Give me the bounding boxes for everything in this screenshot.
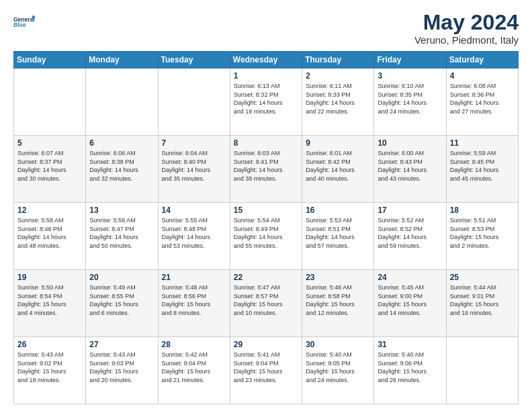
day-number: 29 — [234, 340, 298, 349]
day-info: Sunrise: 5:53 AM Sunset: 8:51 PM Dayligh… — [306, 216, 370, 250]
day-info: Sunrise: 6:00 AM Sunset: 8:43 PM Dayligh… — [378, 149, 442, 183]
day-number: 22 — [234, 273, 298, 282]
calendar-table: SundayMondayTuesdayWednesdayThursdayFrid… — [13, 51, 519, 404]
svg-text:Blue: Blue — [13, 21, 26, 28]
weekday-header-row: SundayMondayTuesdayWednesdayThursdayFrid… — [14, 52, 519, 68]
day-info: Sunrise: 5:43 AM Sunset: 9:03 PM Dayligh… — [89, 351, 154, 384]
day-number: 3 — [378, 71, 442, 81]
calendar-cell — [14, 68, 86, 136]
day-number: 10 — [378, 138, 442, 148]
header: General Blue May 2024 Veruno, Piedmont, … — [13, 11, 519, 46]
calendar-cell: 9Sunrise: 6:01 AM Sunset: 8:42 PM Daylig… — [302, 136, 374, 203]
day-number: 8 — [234, 138, 298, 148]
week-row: 12Sunrise: 5:58 AM Sunset: 8:46 PM Dayli… — [14, 203, 519, 270]
logo-icon: General Blue — [13, 11, 35, 35]
day-info: Sunrise: 5:40 AM Sunset: 9:05 PM Dayligh… — [306, 351, 370, 384]
day-info: Sunrise: 6:07 AM Sunset: 8:37 PM Dayligh… — [17, 149, 82, 183]
calendar-cell: 12Sunrise: 5:58 AM Sunset: 8:46 PM Dayli… — [14, 203, 86, 270]
main-title: May 2024 — [414, 11, 519, 34]
calendar-cell: 27Sunrise: 5:43 AM Sunset: 9:03 PM Dayli… — [86, 337, 158, 404]
day-number: 5 — [17, 138, 82, 148]
day-number: 30 — [306, 340, 370, 349]
day-number: 28 — [162, 340, 226, 349]
day-number: 15 — [234, 205, 298, 215]
calendar-cell: 20Sunrise: 5:49 AM Sunset: 8:55 PM Dayli… — [86, 270, 158, 337]
day-info: Sunrise: 6:13 AM Sunset: 8:32 PM Dayligh… — [234, 82, 298, 116]
calendar-cell: 25Sunrise: 5:44 AM Sunset: 9:01 PM Dayli… — [446, 270, 518, 337]
day-info: Sunrise: 5:48 AM Sunset: 8:56 PM Dayligh… — [162, 283, 226, 317]
calendar-cell: 1Sunrise: 6:13 AM Sunset: 8:32 PM Daylig… — [230, 68, 302, 136]
day-info: Sunrise: 5:45 AM Sunset: 9:00 PM Dayligh… — [378, 283, 442, 317]
calendar-cell — [158, 68, 230, 136]
page: General Blue May 2024 Veruno, Piedmont, … — [0, 0, 532, 411]
day-number: 24 — [378, 273, 442, 282]
day-info: Sunrise: 5:54 AM Sunset: 8:49 PM Dayligh… — [234, 216, 298, 250]
day-number: 26 — [17, 340, 82, 349]
day-info: Sunrise: 5:42 AM Sunset: 9:04 PM Dayligh… — [162, 351, 226, 384]
weekday-header: Sunday — [14, 52, 86, 68]
day-info: Sunrise: 6:03 AM Sunset: 8:41 PM Dayligh… — [234, 149, 298, 183]
day-number: 9 — [306, 138, 370, 148]
logo: General Blue — [13, 11, 35, 35]
calendar-cell: 6Sunrise: 6:06 AM Sunset: 8:38 PM Daylig… — [86, 136, 158, 203]
title-block: May 2024 Veruno, Piedmont, Italy — [414, 11, 519, 46]
day-number: 11 — [450, 138, 515, 148]
calendar-cell: 16Sunrise: 5:53 AM Sunset: 8:51 PM Dayli… — [302, 203, 374, 270]
calendar-cell: 4Sunrise: 6:08 AM Sunset: 8:36 PM Daylig… — [446, 68, 518, 136]
week-row: 1Sunrise: 6:13 AM Sunset: 8:32 PM Daylig… — [14, 68, 519, 136]
day-info: Sunrise: 5:49 AM Sunset: 8:55 PM Dayligh… — [89, 283, 154, 317]
day-info: Sunrise: 5:55 AM Sunset: 8:48 PM Dayligh… — [162, 216, 226, 250]
week-row: 19Sunrise: 5:50 AM Sunset: 8:54 PM Dayli… — [14, 270, 519, 337]
weekday-header: Monday — [86, 52, 158, 68]
calendar-cell: 23Sunrise: 5:46 AM Sunset: 8:58 PM Dayli… — [302, 270, 374, 337]
day-number: 13 — [89, 205, 154, 215]
day-info: Sunrise: 5:52 AM Sunset: 8:52 PM Dayligh… — [378, 216, 442, 250]
day-number: 16 — [306, 205, 370, 215]
subtitle: Veruno, Piedmont, Italy — [414, 34, 519, 46]
calendar-cell: 21Sunrise: 5:48 AM Sunset: 8:56 PM Dayli… — [158, 270, 230, 337]
calendar-cell: 7Sunrise: 6:04 AM Sunset: 8:40 PM Daylig… — [158, 136, 230, 203]
day-number: 12 — [17, 205, 82, 215]
calendar-cell: 10Sunrise: 6:00 AM Sunset: 8:43 PM Dayli… — [374, 136, 446, 203]
weekday-header: Wednesday — [230, 52, 302, 68]
weekday-header: Friday — [374, 52, 446, 68]
day-info: Sunrise: 6:10 AM Sunset: 8:35 PM Dayligh… — [378, 82, 442, 116]
day-number: 14 — [162, 205, 226, 215]
day-info: Sunrise: 5:44 AM Sunset: 9:01 PM Dayligh… — [450, 283, 515, 317]
day-number: 1 — [234, 71, 298, 81]
calendar-cell: 15Sunrise: 5:54 AM Sunset: 8:49 PM Dayli… — [230, 203, 302, 270]
day-number: 17 — [378, 205, 442, 215]
day-number: 31 — [378, 340, 442, 349]
day-info: Sunrise: 5:58 AM Sunset: 8:46 PM Dayligh… — [17, 216, 82, 250]
day-info: Sunrise: 5:41 AM Sunset: 9:04 PM Dayligh… — [234, 351, 298, 384]
day-info: Sunrise: 5:56 AM Sunset: 8:47 PM Dayligh… — [89, 216, 154, 250]
day-number: 21 — [162, 273, 226, 282]
day-number: 23 — [306, 273, 370, 282]
calendar-cell: 11Sunrise: 5:59 AM Sunset: 8:45 PM Dayli… — [446, 136, 518, 203]
day-number: 25 — [450, 273, 515, 282]
calendar-cell: 2Sunrise: 6:11 AM Sunset: 8:33 PM Daylig… — [302, 68, 374, 136]
day-number: 6 — [89, 138, 154, 148]
day-number: 20 — [89, 273, 154, 282]
day-info: Sunrise: 6:08 AM Sunset: 8:36 PM Dayligh… — [450, 82, 515, 116]
calendar-cell: 3Sunrise: 6:10 AM Sunset: 8:35 PM Daylig… — [374, 68, 446, 136]
weekday-header: Tuesday — [158, 52, 230, 68]
day-info: Sunrise: 6:01 AM Sunset: 8:42 PM Dayligh… — [306, 149, 370, 183]
day-number: 4 — [450, 71, 515, 81]
calendar-cell: 31Sunrise: 5:40 AM Sunset: 9:06 PM Dayli… — [374, 337, 446, 404]
day-info: Sunrise: 5:46 AM Sunset: 8:58 PM Dayligh… — [306, 283, 370, 317]
calendar-cell: 24Sunrise: 5:45 AM Sunset: 9:00 PM Dayli… — [374, 270, 446, 337]
day-info: Sunrise: 6:11 AM Sunset: 8:33 PM Dayligh… — [306, 82, 370, 116]
day-info: Sunrise: 5:59 AM Sunset: 8:45 PM Dayligh… — [450, 149, 515, 183]
calendar-cell: 5Sunrise: 6:07 AM Sunset: 8:37 PM Daylig… — [14, 136, 86, 203]
day-info: Sunrise: 5:40 AM Sunset: 9:06 PM Dayligh… — [378, 351, 442, 384]
calendar-cell: 22Sunrise: 5:47 AM Sunset: 8:57 PM Dayli… — [230, 270, 302, 337]
calendar-cell: 17Sunrise: 5:52 AM Sunset: 8:52 PM Dayli… — [374, 203, 446, 270]
day-info: Sunrise: 5:43 AM Sunset: 9:02 PM Dayligh… — [17, 351, 82, 384]
calendar-cell: 28Sunrise: 5:42 AM Sunset: 9:04 PM Dayli… — [158, 337, 230, 404]
calendar-cell: 19Sunrise: 5:50 AM Sunset: 8:54 PM Dayli… — [14, 270, 86, 337]
calendar-cell — [86, 68, 158, 136]
calendar-cell: 26Sunrise: 5:43 AM Sunset: 9:02 PM Dayli… — [14, 337, 86, 404]
day-number: 19 — [17, 273, 82, 282]
week-row: 5Sunrise: 6:07 AM Sunset: 8:37 PM Daylig… — [14, 136, 519, 203]
